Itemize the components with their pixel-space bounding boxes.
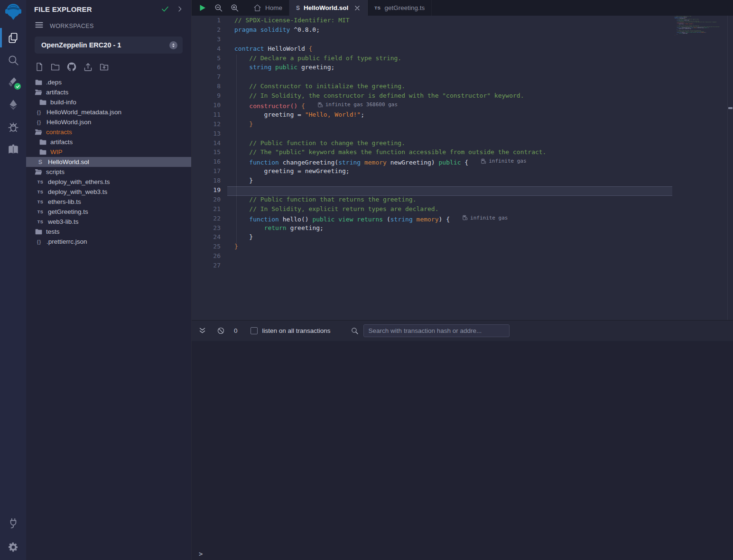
code-line-17[interactable]: 17 greeting = newGreeting; <box>192 167 672 177</box>
transaction-search-input[interactable] <box>363 324 510 337</box>
activity-item-deploy-run[interactable] <box>0 93 26 116</box>
minimap[interactable]: // SPDX-License-Identifier: MITpragma so… <box>672 16 727 320</box>
line-number: 9 <box>192 92 227 101</box>
code-area[interactable]: 1// SPDX-License-Identifier: MIT2pragma … <box>192 16 672 320</box>
line-number: 23 <box>192 224 227 234</box>
activity-item-file-explorer[interactable] <box>0 27 26 49</box>
code-line-6[interactable]: 6 string public greeting; <box>192 64 672 73</box>
tree-item-label: artifacts <box>46 89 68 96</box>
upload-folder-icon[interactable] <box>99 62 109 72</box>
code-line-8[interactable]: 8 // Constructor to initialize the greet… <box>192 83 672 92</box>
activity-item-solidity-compiler[interactable] <box>0 71 26 93</box>
tree-item-deploy-with-web3-ts[interactable]: TSdeploy_with_web3.ts <box>26 187 191 197</box>
line-content: function hello() public view returns (st… <box>227 215 672 224</box>
tree-item-helloworld-metadata-json[interactable]: { }HelloWorld_metadata.json <box>26 107 191 117</box>
close-tab-icon[interactable] <box>354 5 361 11</box>
activity-item-plugin-manager[interactable] <box>0 512 26 534</box>
code-line-15[interactable]: 15 // The "public" keyword makes the fun… <box>192 148 672 158</box>
code-line-18[interactable]: 18 } <box>192 177 672 186</box>
terminal-search-icon <box>351 327 359 335</box>
code-line-9[interactable]: 9 // In Solidity, the constructor is def… <box>192 92 672 101</box>
activity-item-debugger[interactable] <box>0 116 26 138</box>
remix-ide-window: FILE EXPLORER WORKSPACES OpenZeppelin ER… <box>0 0 733 560</box>
line-number: 27 <box>192 262 227 271</box>
tree-item-artifacts[interactable]: artifacts <box>26 87 191 97</box>
code-line-7[interactable]: 7 <box>192 73 672 83</box>
code-line-14[interactable]: 14 // Public function to change the gree… <box>192 139 672 149</box>
code-line-10[interactable]: 10 constructor() {infinite gas 368600 ga… <box>192 101 672 111</box>
clear-console-icon[interactable] <box>217 327 225 335</box>
tab-getgreeting-ts[interactable]: TSgetGreeting.ts <box>368 0 432 16</box>
tree-item-deploy-with-ethers-ts[interactable]: TSdeploy_with_ethers.ts <box>26 177 191 187</box>
tree-item-web3-lib-ts[interactable]: TSweb3-lib.ts <box>26 217 191 227</box>
folder-closed-icon <box>35 229 42 235</box>
code-line-27[interactable]: 27 <box>192 262 672 271</box>
code-line-4[interactable]: 4contract HelloWorld { <box>192 45 672 55</box>
terminal-output[interactable]: > <box>192 341 733 560</box>
collapse-panel-chevron-icon[interactable] <box>176 5 184 13</box>
github-icon[interactable] <box>66 62 77 72</box>
code-line-2[interactable]: 2pragma solidity ^0.8.0; <box>192 26 672 36</box>
new-file-icon[interactable] <box>35 62 44 72</box>
tab-home[interactable]: Home <box>247 0 289 16</box>
workspaces-row: WORKSPACES <box>26 14 191 32</box>
tree-item-label: HelloWorld_metadata.json <box>46 109 121 116</box>
run-script-button[interactable] <box>194 0 210 16</box>
line-number: 16 <box>192 158 227 167</box>
code-line-20[interactable]: 20 // Public function that returns the g… <box>192 196 672 205</box>
ts-icon: TS <box>37 210 44 214</box>
remix-logo[interactable] <box>4 3 23 25</box>
tree-item-helloworld-json[interactable]: { }HelloWorld.json <box>26 117 191 127</box>
line-number: 12 <box>192 120 227 130</box>
tree-item-helloworld-sol[interactable]: SHelloWorld.sol <box>26 157 191 167</box>
code-line-26[interactable]: 26 <box>192 252 672 262</box>
editor-scrollbar[interactable] <box>727 16 733 320</box>
tree-item-getgreeting-ts[interactable]: TSgetGreeting.ts <box>26 207 191 217</box>
code-line-24[interactable]: 24 } <box>192 233 672 243</box>
code-line-16[interactable]: 16 function changeGreeting(string memory… <box>192 158 672 167</box>
line-content: string public greeting; <box>227 64 672 73</box>
zoom-in-button[interactable] <box>226 0 242 16</box>
line-number: 14 <box>192 139 227 149</box>
code-line-22[interactable]: 22 function hello() public view returns … <box>192 215 672 224</box>
tree-item-tests[interactable]: tests <box>26 227 191 237</box>
activity-bar <box>0 0 26 560</box>
code-line-1[interactable]: 1// SPDX-License-Identifier: MIT <box>192 17 672 26</box>
workspaces-menu-icon[interactable] <box>35 20 44 31</box>
line-content: constructor() {infinite gas 368600 gas <box>227 101 672 111</box>
code-line-3[interactable]: 3 <box>192 36 672 45</box>
tree-item--prettierrc-json[interactable]: { }.prettierrc.json <box>26 237 191 247</box>
code-line-19[interactable]: 19 <box>192 186 672 196</box>
code-line-11[interactable]: 11 greeting = "Hello, World!"; <box>192 111 672 120</box>
code-line-5[interactable]: 5 // Declare a public field of type stri… <box>192 55 672 64</box>
activity-item-settings[interactable] <box>0 536 26 558</box>
code-line-23[interactable]: 23 return greeting; <box>192 224 672 234</box>
tree-item-wip[interactable]: WIP <box>26 147 191 157</box>
ts-icon: TS <box>37 200 44 204</box>
tab-helloworld-sol[interactable]: SHelloWorld.sol <box>289 0 368 16</box>
tree-item-build-info[interactable]: build-info <box>26 97 191 107</box>
zoom-out-button[interactable] <box>210 0 226 16</box>
tree-item-ethers-lib-ts[interactable]: TSethers-lib.ts <box>26 197 191 207</box>
activity-item-search[interactable] <box>0 49 26 71</box>
line-content: pragma solidity ^0.8.0; <box>227 26 672 36</box>
tree-item-artifacts[interactable]: artifacts <box>26 137 191 147</box>
solidity-icon: S <box>37 159 44 165</box>
activity-item-unit-testing[interactable] <box>0 138 26 160</box>
tree-item-scripts[interactable]: scripts <box>26 167 191 177</box>
upload-file-icon[interactable] <box>83 62 93 72</box>
new-folder-icon[interactable] <box>50 62 60 72</box>
code-line-13[interactable]: 13 <box>192 130 672 139</box>
tree-item--deps[interactable]: .deps <box>26 77 191 87</box>
collapse-terminal-icon[interactable] <box>198 327 206 335</box>
tree-item-contracts[interactable]: contracts <box>26 127 191 137</box>
terminal-prompt[interactable]: > <box>199 550 203 558</box>
workspace-select[interactable]: OpenZeppelin ERC20 - 1 <box>35 37 183 54</box>
plugin-manager-icon <box>7 517 19 529</box>
folder-open-icon <box>35 129 42 135</box>
line-number: 18 <box>192 177 227 186</box>
listen-transactions-checkbox[interactable] <box>251 327 258 334</box>
code-line-21[interactable]: 21 // In Solidity, explicit return types… <box>192 205 672 215</box>
code-line-12[interactable]: 12 } <box>192 120 672 130</box>
code-line-25[interactable]: 25} <box>192 243 672 252</box>
